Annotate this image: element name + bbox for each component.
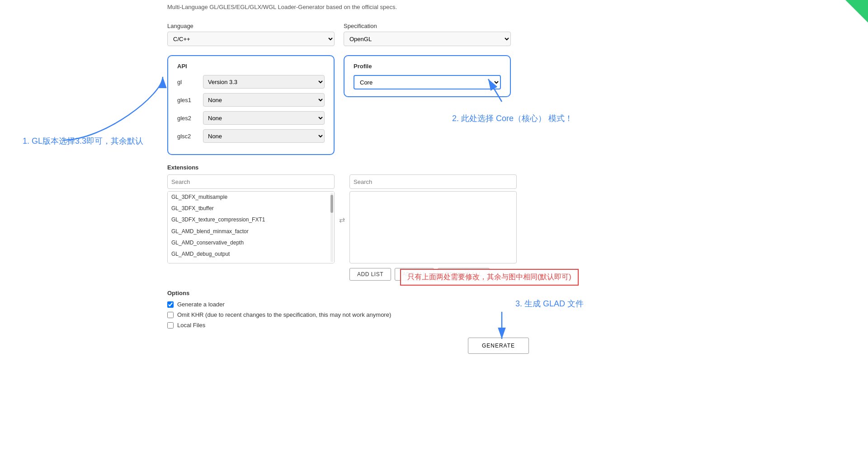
gles2-select[interactable]: None Version 2.0 Version 3.0 — [203, 111, 325, 125]
options-label: Options — [167, 290, 529, 296]
profile-box: Profile Core Compatibility — [344, 55, 511, 97]
gles2-row: gles2 None Version 2.0 Version 3.0 — [177, 111, 325, 125]
ext-left-column: GL_3DFX_multisample GL_3DFX_tbuffer GL_3… — [167, 174, 335, 263]
list-item[interactable]: GL_AMD_conservative_depth — [168, 237, 334, 249]
gles2-label: gles2 — [177, 115, 198, 122]
api-box: API gl None Version 1.0 Version 3.3 Vers… — [167, 55, 335, 155]
glsc2-row: glsc2 None Version 2.0 — [177, 129, 325, 143]
specification-label: Specification — [344, 23, 511, 29]
generate-button[interactable]: GENERATE — [468, 338, 529, 354]
generate-area: GENERATE — [167, 338, 529, 354]
transfer-right-button[interactable]: ⇄ — [339, 216, 345, 224]
transfer-buttons: ⇄ — [339, 174, 345, 265]
local-files-row: Local Files — [167, 322, 529, 329]
gl-row: gl None Version 1.0 Version 3.3 Version … — [177, 75, 325, 89]
extensions-section: Extensions GL_3DFX_multisample GL_3DFX_t… — [167, 164, 529, 281]
language-group: Language C/C++ C D — [167, 23, 335, 46]
page-subtitle: Multi-Language GL/GLES/EGL/GLX/WGL Loade… — [167, 4, 397, 10]
annotation-1: 1. GL版本选择3.3即可，其余默认 — [23, 136, 143, 146]
gl-label: gl — [177, 79, 198, 85]
list-item[interactable]: GL_3DFX_multisample — [168, 192, 334, 203]
options-section: Options Generate a loader Omit KHR (due … — [167, 290, 529, 329]
language-label: Language — [167, 23, 335, 29]
ext-right-column: ADD LIST ADD ALL REMOVE ALL — [349, 174, 517, 281]
omit-khr-label: Omit KHR (due to recent changes to the s… — [177, 311, 391, 318]
gl-select[interactable]: None Version 1.0 Version 3.3 Version 4.6 — [203, 75, 325, 89]
ext-left-search[interactable] — [167, 174, 335, 189]
page-wrapper: Multi-Language GL/GLES/EGL/GLX/WGL Loade… — [0, 0, 868, 451]
list-item[interactable]: GL_AMD_debug_output — [168, 249, 334, 260]
glsc2-select[interactable]: None Version 2.0 — [203, 129, 325, 143]
ext-action-row: ADD LIST ADD ALL REMOVE ALL — [349, 268, 517, 281]
remove-all-button[interactable]: REMOVE ALL — [438, 268, 490, 281]
main-content: Language C/C++ C D Specification OpenGL … — [167, 23, 529, 354]
profile-title: Profile — [354, 63, 501, 70]
list-item[interactable]: GL_AMD_blend_minmax_factor — [168, 226, 334, 237]
local-files-checkbox[interactable] — [167, 322, 174, 329]
list-item[interactable]: GL_AMD_depth_clamp_separate — [168, 260, 334, 263]
omit-khr-checkbox[interactable] — [167, 312, 174, 318]
omit-khr-row: Omit KHR (due to recent changes to the s… — [167, 311, 529, 318]
extensions-area: GL_3DFX_multisample GL_3DFX_tbuffer GL_3… — [167, 174, 529, 281]
gles1-row: gles1 None Version 1.0 — [177, 93, 325, 107]
local-files-label: Local Files — [177, 322, 205, 329]
scrollbar-thumb[interactable] — [330, 195, 333, 213]
specification-select[interactable]: OpenGL OpenGL ES EGL — [344, 32, 511, 46]
ext-right-search[interactable] — [349, 174, 517, 189]
specification-group: Specification OpenGL OpenGL ES EGL — [344, 23, 511, 46]
gles1-label: gles1 — [177, 97, 198, 103]
scrollbar-track — [330, 193, 333, 262]
generate-loader-checkbox[interactable] — [167, 301, 174, 308]
corner-decoration — [845, 0, 868, 23]
profile-select[interactable]: Core Compatibility — [354, 75, 501, 89]
gles1-select[interactable]: None Version 1.0 — [203, 93, 325, 107]
glsc2-label: glsc2 — [177, 133, 198, 140]
list-item[interactable]: GL_3DFX_tbuffer — [168, 203, 334, 214]
list-item[interactable]: GL_3DFX_texture_compression_FXT1 — [168, 214, 334, 226]
language-select[interactable]: C/C++ C D — [167, 32, 335, 46]
lang-spec-row: Language C/C++ C D Specification OpenGL … — [167, 23, 529, 46]
generate-loader-row: Generate a loader — [167, 301, 529, 308]
arrow-1 — [36, 59, 167, 149]
api-title: API — [177, 63, 325, 70]
api-profile-row: API gl None Version 1.0 Version 3.3 Vers… — [167, 55, 529, 155]
generate-loader-label: Generate a loader — [177, 301, 225, 308]
extensions-label: Extensions — [167, 164, 529, 171]
ext-right-list[interactable] — [349, 191, 517, 263]
add-all-button[interactable]: ADD ALL — [395, 268, 434, 281]
add-list-button[interactable]: ADD LIST — [349, 268, 391, 281]
ext-left-list[interactable]: GL_3DFX_multisample GL_3DFX_tbuffer GL_3… — [167, 191, 335, 263]
